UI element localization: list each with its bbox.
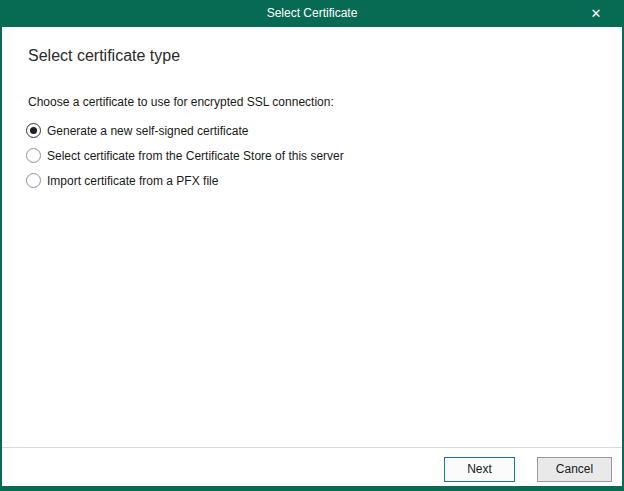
radio-option-label: Generate a new self-signed certificate xyxy=(47,124,248,138)
radio-selected-icon[interactable] xyxy=(26,123,41,138)
radio-option-certificate-store[interactable]: Select certificate from the Certificate … xyxy=(26,148,344,163)
footer-divider xyxy=(2,447,622,448)
certificate-type-options: Generate a new self-signed certificate S… xyxy=(26,123,344,198)
instruction-label: Choose a certificate to use for encrypte… xyxy=(28,95,334,109)
next-button[interactable]: Next xyxy=(444,457,515,482)
cancel-button[interactable]: Cancel xyxy=(537,457,612,482)
radio-option-label: Select certificate from the Certificate … xyxy=(47,149,344,163)
radio-unselected-icon[interactable] xyxy=(26,173,41,188)
radio-unselected-icon[interactable] xyxy=(26,148,41,163)
radio-option-import-pfx[interactable]: Import certificate from a PFX file xyxy=(26,173,344,188)
dialog-body: Select certificate type Choose a certifi… xyxy=(2,27,622,486)
select-certificate-dialog: Select Certificate ✕ Select certificate … xyxy=(0,0,624,491)
window-title: Select Certificate xyxy=(0,0,624,27)
close-icon[interactable]: ✕ xyxy=(580,0,612,27)
radio-option-label: Import certificate from a PFX file xyxy=(47,174,218,188)
radio-option-self-signed[interactable]: Generate a new self-signed certificate xyxy=(26,123,344,138)
titlebar: Select Certificate ✕ xyxy=(0,0,624,27)
page-title: Select certificate type xyxy=(28,47,180,65)
